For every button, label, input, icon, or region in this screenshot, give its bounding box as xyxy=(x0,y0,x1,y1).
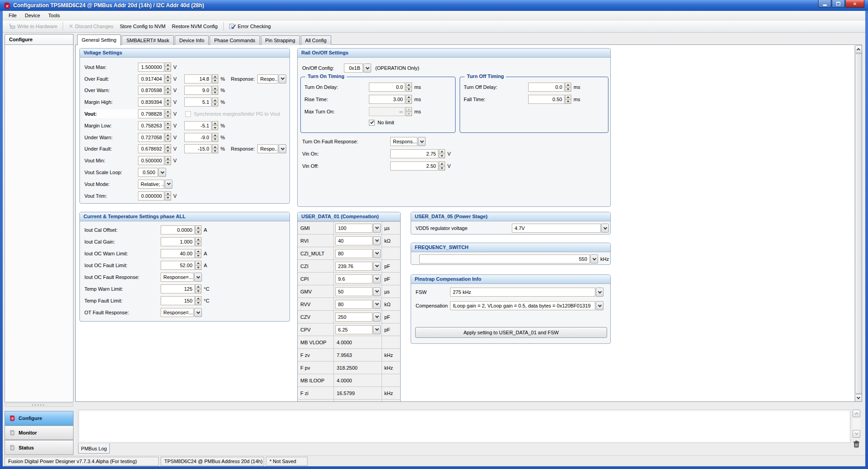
spin-up-button[interactable] xyxy=(165,156,171,161)
vout-spin[interactable]: 0.798828 xyxy=(138,109,171,118)
spin-up-button[interactable] xyxy=(212,121,218,126)
spin-down-button[interactable] xyxy=(439,166,445,171)
sidebar-item-configure[interactable]: ti Configure xyxy=(5,411,74,425)
spin-down-button[interactable] xyxy=(195,254,201,259)
spin-input[interactable]: 0.000000 xyxy=(138,191,164,200)
dropdown-button[interactable] xyxy=(373,262,381,271)
spin-up-button[interactable] xyxy=(195,249,201,254)
margin-high-spin[interactable]: 0.839394 xyxy=(138,98,171,107)
spin-input[interactable]: 52.00 xyxy=(161,261,195,270)
scrollbar-thumb[interactable] xyxy=(855,54,862,394)
spin-down-button[interactable] xyxy=(195,289,201,294)
dropdown-button[interactable] xyxy=(194,308,202,317)
compensation-combo[interactable]: ILoop gain = 2, VLoop gain = 0.5, data b… xyxy=(450,301,603,310)
vout-min-spin[interactable]: 0.500000 xyxy=(138,156,171,165)
combo-value[interactable]: Respo... xyxy=(257,144,278,153)
spin-input[interactable]: 1.000 xyxy=(161,237,195,246)
spin-input[interactable]: 0.727058 xyxy=(138,133,164,142)
clear-log-button[interactable] xyxy=(852,440,861,449)
tab-all-config[interactable]: All Config xyxy=(301,35,331,45)
tab-general-setting[interactable]: General Setting xyxy=(77,34,121,45)
spin-down-button[interactable] xyxy=(212,137,218,142)
vout-trim-spin[interactable]: 0.000000 xyxy=(138,191,171,200)
spin-down-button[interactable] xyxy=(165,137,171,142)
combo-value[interactable]: Response=... xyxy=(161,308,194,317)
ot-fault-response-combo[interactable]: Response=... xyxy=(161,308,202,317)
spin-up-button[interactable] xyxy=(406,83,412,88)
tab-pmbus-log[interactable]: PMBus Log xyxy=(78,443,110,454)
spin-up-button[interactable] xyxy=(212,86,218,91)
spin-down-button[interactable] xyxy=(195,242,201,247)
no-limit-checkbox[interactable] xyxy=(369,120,375,126)
under-fault-response-combo[interactable]: Respo... xyxy=(257,144,286,153)
spin-input[interactable]: 9.0 xyxy=(184,86,211,95)
czv-combo[interactable]: 250 xyxy=(335,313,381,322)
combo-value[interactable]: Respo... xyxy=(257,74,278,83)
spin-down-button[interactable] xyxy=(165,67,171,72)
spin-input[interactable]: 0.798828 xyxy=(138,109,164,118)
combo-value[interactable]: 40 xyxy=(335,236,373,245)
rvi-combo[interactable]: 40 xyxy=(335,236,381,245)
spin-down-button[interactable] xyxy=(406,88,412,92)
spin-up-button[interactable] xyxy=(165,144,171,149)
czi-combo[interactable]: 239.76 xyxy=(335,262,381,271)
dropdown-button[interactable] xyxy=(279,144,286,153)
spin-down-button[interactable] xyxy=(406,100,412,104)
spin-up-button[interactable] xyxy=(195,261,201,266)
sidebar-item-status[interactable]: ti Status xyxy=(5,440,74,455)
store-config-to-nvm-button[interactable]: Store Config to NVM xyxy=(117,22,169,31)
spin-up-button[interactable] xyxy=(439,149,445,154)
spin-input[interactable]: 1.500000 xyxy=(138,63,164,72)
spin-up-button[interactable] xyxy=(165,63,171,68)
spin-up-button[interactable] xyxy=(195,225,201,230)
spin-input[interactable]: 150 xyxy=(161,296,195,305)
spin-down-button[interactable] xyxy=(212,149,218,154)
margin-low-spin[interactable]: 0.758263 xyxy=(138,121,171,130)
dropdown-button[interactable] xyxy=(165,180,172,189)
spin-down-button[interactable] xyxy=(165,196,171,200)
spin-input[interactable]: 5.1 xyxy=(184,98,211,107)
over-fault-pct-spin[interactable]: 14.8 xyxy=(184,74,218,83)
combo-value[interactable]: Respons... xyxy=(390,137,417,146)
spin-down-button[interactable] xyxy=(165,126,171,130)
dropdown-button[interactable] xyxy=(279,74,286,83)
combo-value[interactable]: 80 xyxy=(335,300,373,309)
dropdown-button[interactable] xyxy=(596,301,603,310)
combo-value[interactable]: 50 xyxy=(335,287,373,296)
combo-value[interactable]: 9.6 xyxy=(335,274,373,283)
scroll-down-button[interactable] xyxy=(855,394,862,402)
menu-tools[interactable]: Tools xyxy=(44,11,64,20)
pmbus-log-panel[interactable] xyxy=(78,410,851,443)
gmi-combo[interactable]: 100 xyxy=(335,224,381,233)
margin-high-pct-spin[interactable]: 5.1 xyxy=(184,98,218,107)
spin-input[interactable]: 0.839394 xyxy=(138,98,164,107)
spin-up-button[interactable] xyxy=(212,74,218,79)
iout-oc-fault-response-combo[interactable]: Response=... xyxy=(161,273,202,282)
spin-up-button[interactable] xyxy=(195,284,201,289)
spin-input[interactable]: 0.0 xyxy=(369,83,405,92)
spin-down-button[interactable] xyxy=(165,149,171,154)
combo-value[interactable]: 0x1B xyxy=(344,64,363,73)
over-fault-response-combo[interactable]: Respo... xyxy=(257,74,286,83)
rvv-combo[interactable]: 80 xyxy=(335,300,381,309)
dropdown-button[interactable] xyxy=(373,313,381,322)
temp-fault-spin[interactable]: 150 xyxy=(161,296,201,305)
vin-on-spin[interactable]: 2.75 xyxy=(390,149,445,158)
spin-up-button[interactable] xyxy=(165,109,171,114)
spin-down-button[interactable] xyxy=(165,103,171,107)
combo-value[interactable]: Response=... xyxy=(161,273,194,282)
cpi-combo[interactable]: 9.6 xyxy=(335,274,381,283)
combo-value[interactable]: 80 xyxy=(335,249,373,258)
temp-warn-spin[interactable]: 125 xyxy=(161,284,201,293)
spin-input[interactable]: 125 xyxy=(161,284,195,293)
under-warn-spin[interactable]: 0.727058 xyxy=(138,133,171,142)
spin-input[interactable]: 2.75 xyxy=(390,149,438,158)
dropdown-button[interactable] xyxy=(418,137,426,146)
spin-down-button[interactable] xyxy=(195,301,201,306)
vin-off-spin[interactable]: 2.50 xyxy=(390,161,445,171)
turn-on-delay-spin[interactable]: 0.0 xyxy=(369,83,412,92)
spin-down-button[interactable] xyxy=(565,100,571,104)
menu-file[interactable]: File xyxy=(5,11,21,20)
dropdown-button[interactable] xyxy=(373,287,381,296)
tab-smbalert-mask[interactable]: SMBALERT# Mask xyxy=(122,35,174,45)
